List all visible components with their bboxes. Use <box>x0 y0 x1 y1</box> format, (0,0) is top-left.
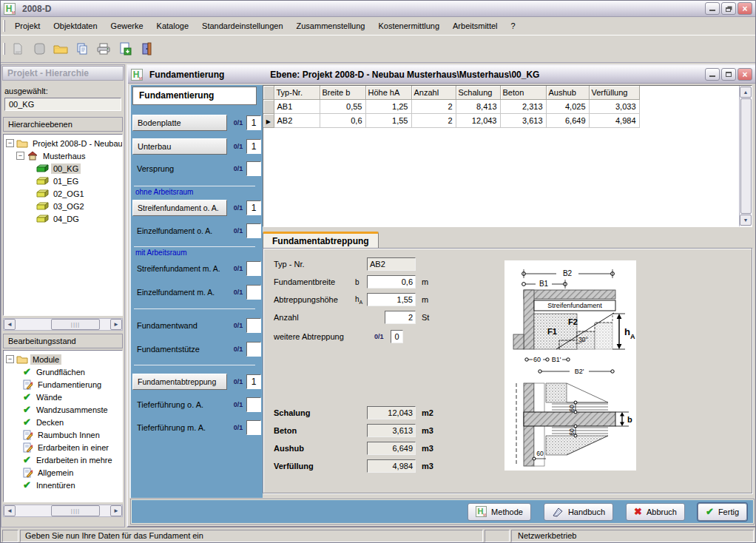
fundamentabtreppung-button[interactable]: Fundamentabtreppung <box>132 374 227 390</box>
tieferfuehrung-oa-label[interactable]: Tieferführung o. A. <box>132 397 227 413</box>
child-maximize-button[interactable] <box>721 68 736 81</box>
hierarchy-levels-header[interactable]: Hierarchieebenen <box>3 117 123 132</box>
collapse-icon[interactable]: − <box>16 152 24 160</box>
menu-kataloge[interactable]: Kataloge <box>150 19 195 33</box>
handbuch-button[interactable]: Handbuch <box>544 503 613 521</box>
table-row-selected[interactable]: ▶ AB2 0,6 1,55 2 12,043 3,613 6,649 4,98… <box>263 113 639 127</box>
table-row[interactable]: AB1 0,55 1,25 2 8,413 2,313 4,025 3,033 <box>263 99 639 113</box>
scroll-right-icon[interactable]: ► <box>110 505 122 516</box>
col-typ-nr[interactable]: Typ-Nr. <box>274 86 320 99</box>
tree-node-module[interactable]: − Module <box>4 353 122 365</box>
progress-hscrollbar[interactable]: ◄ |||| ► <box>3 505 123 517</box>
col-aushub[interactable]: Aushub <box>546 86 589 99</box>
col-breite[interactable]: Breite b <box>320 86 365 99</box>
tieferfuehrung-oa-count-box[interactable] <box>246 397 261 412</box>
streifenfundament-ma-label[interactable]: Streifenfundament m. A. <box>132 260 227 277</box>
app-close-button[interactable]: × <box>738 2 752 15</box>
menu-help[interactable]: ? <box>504 19 522 33</box>
app-minimize-button[interactable] <box>705 2 720 15</box>
module-allgemein[interactable]: Allgemein <box>4 466 122 479</box>
hierarchy-hscrollbar[interactable]: ◄ |||| ► <box>3 318 123 331</box>
collapse-icon[interactable]: − <box>6 139 14 147</box>
tree-node-floor-00kg[interactable]: 00_KG <box>4 162 122 175</box>
abbruch-button[interactable]: ✖ Abbruch <box>626 503 685 521</box>
einzelfundament-oa-count-box[interactable] <box>246 223 261 238</box>
child-close-button[interactable]: × <box>738 68 752 81</box>
print-icon[interactable] <box>94 39 113 58</box>
tab-fundamentabtreppung[interactable]: Fundamentabtreppung <box>263 232 379 249</box>
versprung-count-box[interactable] <box>246 161 261 176</box>
col-hoehe[interactable]: Höhe hA <box>365 86 411 99</box>
tree-node-floor-04dg[interactable]: 04_DG <box>4 212 122 225</box>
anzahl-input[interactable]: 2 <box>385 311 416 324</box>
tree-node-floor-01eg[interactable]: 01_EG <box>4 175 122 187</box>
unterbau-count-box[interactable]: 1 <box>246 139 261 154</box>
col-anzahl[interactable]: Anzahl <box>411 86 456 99</box>
col-schalung[interactable]: Schalung <box>456 86 500 99</box>
menu-gewerke[interactable]: Gewerke <box>104 19 150 33</box>
versprung-label[interactable]: Versprung <box>132 161 227 177</box>
fundamentwand-count-box[interactable] <box>246 318 261 333</box>
progress-panel-header[interactable]: Bearbeitungsstand <box>3 334 123 348</box>
tieferfuehrung-ma-label[interactable]: Tieferführung m. A. <box>132 419 227 436</box>
copy-icon[interactable] <box>72 39 92 58</box>
menu-arbeitsmittel[interactable]: Arbeitsmittel <box>446 19 504 33</box>
open-folder-icon[interactable] <box>51 39 70 58</box>
streifenfundament-ma-count-box[interactable] <box>246 261 261 276</box>
menu-objektdaten[interactable]: Objektdaten <box>47 19 104 33</box>
bodenplatte-count-box[interactable]: 1 <box>246 115 261 130</box>
fertig-button[interactable]: ✔ Fertig <box>698 503 747 521</box>
streifenfundament-oa-button[interactable]: Streifenfundament o. A. <box>132 200 227 216</box>
module-grundflaechen[interactable]: ✔ Grundflächen <box>4 365 122 378</box>
collapse-icon[interactable]: − <box>6 355 14 363</box>
module-erdarbeiten-mehre[interactable]: ✔ Erdarbeiten in mehre <box>4 453 122 466</box>
scroll-thumb[interactable]: |||| <box>51 505 100 516</box>
menu-standardeinstellungen[interactable]: Standardeinstellungen <box>195 19 289 33</box>
tree-node-building[interactable]: − Musterhaus <box>4 149 122 162</box>
tree-node-floor-02og1[interactable]: 02_OG1 <box>4 187 122 200</box>
scroll-down-icon[interactable]: ▼ <box>740 215 752 226</box>
fundamentbreite-input[interactable]: 0,6 <box>367 275 416 289</box>
grid-vscrollbar[interactable]: ▲ ▼ <box>739 86 752 226</box>
fundamentstuetze-label[interactable]: Fundamentstütze <box>132 341 227 357</box>
tree-node-floor-03og2[interactable]: 03_OG2 <box>4 200 122 212</box>
module-raumbuch-innen[interactable]: Raumbuch Innen <box>4 428 122 441</box>
streifenfundament-oa-count-box[interactable]: 1 <box>246 200 261 215</box>
col-verfuellung[interactable]: Verfüllung <box>589 86 639 99</box>
module-fundamentierung[interactable]: Fundamentierung <box>4 378 122 391</box>
exit-door-icon[interactable] <box>137 39 156 58</box>
scroll-left-icon[interactable]: ◄ <box>4 319 16 330</box>
app-restore-button[interactable] <box>721 2 736 15</box>
fundamentwand-label[interactable]: Fundamentwand <box>132 317 227 334</box>
col-beton[interactable]: Beton <box>500 86 546 99</box>
module-waende[interactable]: ✔ Wände <box>4 391 122 403</box>
module-wandzusammenstellung[interactable]: ✔ Wandzusammenste <box>4 403 122 416</box>
tieferfuehrung-ma-count-box[interactable] <box>246 420 261 435</box>
module-decken[interactable]: ✔ Decken <box>4 416 122 428</box>
scroll-up-icon[interactable]: ▲ <box>740 87 752 98</box>
fundamentabtreppung-count-box[interactable]: 1 <box>246 374 261 389</box>
open-project-icon[interactable] <box>30 39 49 58</box>
module-innentueren[interactable]: ✔ Innentüren <box>4 479 122 491</box>
menu-kostenermittlung[interactable]: Kostenermittlung <box>371 19 446 33</box>
einzelfundament-oa-label[interactable]: Einzelfundament o. A. <box>132 223 227 239</box>
unterbau-button[interactable]: Unterbau <box>132 138 227 155</box>
scroll-thumb[interactable] <box>740 98 752 214</box>
fundamentstuetze-count-box[interactable] <box>246 342 261 357</box>
methode-button[interactable]: HM Methode <box>468 503 531 521</box>
row-selector-current[interactable]: ▶ <box>263 113 274 127</box>
abtreppungshoehe-input[interactable]: 1,55 <box>367 293 416 306</box>
menu-zusammenstellung[interactable]: Zusammenstellung <box>290 19 372 33</box>
tree-node-project[interactable]: − Projekt 2008-D - Neubau <box>4 137 122 149</box>
bodenplatte-button[interactable]: Bodenplatte <box>132 115 227 131</box>
menu-projekt[interactable]: Projekt <box>8 19 47 33</box>
weitere-abtreppung-input[interactable]: 0 <box>391 330 403 343</box>
export-icon[interactable] <box>115 39 135 58</box>
module-erdarbeiten-einer[interactable]: Erdarbeiten in einer <box>4 441 122 453</box>
scroll-left-icon[interactable]: ◄ <box>4 505 16 516</box>
child-minimize-button[interactable] <box>705 68 720 81</box>
scroll-thumb[interactable]: |||| <box>51 319 100 330</box>
row-selector[interactable] <box>263 99 274 113</box>
einzelfundament-ma-label[interactable]: Einzelfundament m. A. <box>132 284 227 300</box>
einzelfundament-ma-count-box[interactable] <box>246 285 261 300</box>
